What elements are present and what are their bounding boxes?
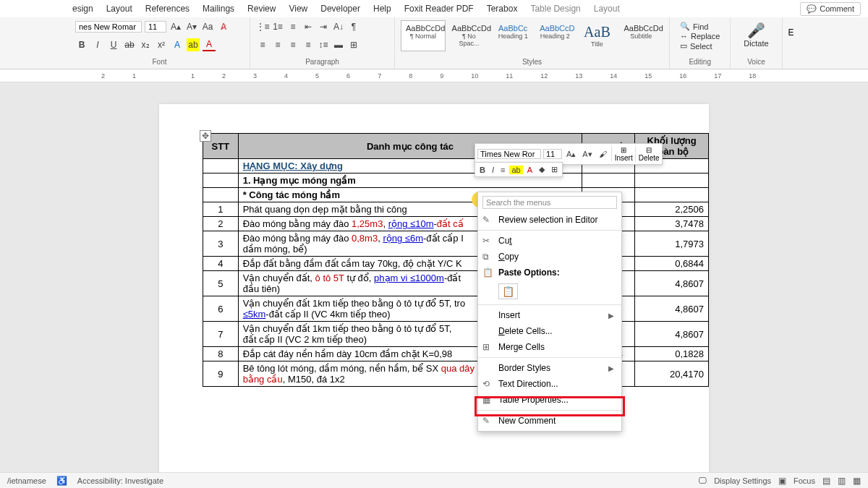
numbering-icon[interactable]: 1≡ [271, 20, 284, 33]
dec-indent-icon[interactable]: ⇤ [302, 20, 315, 33]
subscript-icon[interactable]: x₂ [139, 38, 152, 51]
mini-align-icon[interactable]: ≡ [498, 166, 507, 174]
paragraph-group-label: Paragraph [256, 56, 388, 66]
underline-icon[interactable]: U [107, 38, 120, 51]
tab-help[interactable]: Help [373, 4, 391, 14]
table-move-handle[interactable]: ✥ [200, 130, 211, 142]
italic-icon[interactable]: I [91, 38, 104, 51]
align-center-icon[interactable]: ≡ [271, 38, 284, 51]
highlight-icon[interactable]: ab [187, 38, 200, 51]
tab-foxit[interactable]: Foxit Reader PDF [404, 4, 474, 14]
inc-indent-icon[interactable]: ⇥ [317, 20, 330, 33]
table-row[interactable]: 1Phát quang dọn dẹp mặt bằng thi công2,2… [203, 202, 709, 217]
status-accessibility[interactable]: Accessibility: Investigate [77, 476, 163, 485]
menu-delete-cells---[interactable]: Delete Cells... [478, 323, 621, 339]
replace-button[interactable]: ↔Replace [680, 32, 720, 40]
ruler[interactable]: 21123456789101112131415161718 [0, 69, 868, 82]
sort-icon[interactable]: A↓ [332, 20, 345, 33]
change-case-icon[interactable]: Aa [201, 20, 214, 33]
clear-format-icon[interactable]: A̷ [217, 20, 230, 33]
bullets-icon[interactable]: ⋮≡ [256, 20, 269, 33]
style-title[interactable]: AaBTitle [576, 20, 617, 51]
document-table[interactable]: STT Danh mục công tác Đơn vị Khối lượng … [203, 133, 709, 387]
table-row[interactable]: 8Đắp cát đáy nền hầm dày 10cm đầm chặt K… [203, 347, 709, 361]
mini-insert-button[interactable]: ⊞Insert [611, 146, 633, 162]
mini-size-combo[interactable]: 11 [543, 149, 562, 159]
select-button[interactable]: ▭Select [680, 41, 720, 51]
table-row[interactable]: 4Đắp đất bằng đầm đất cầm tay 70kg, độ c… [203, 257, 709, 271]
menu-search-input[interactable]: Search the menus [482, 196, 617, 209]
mini-borders-icon[interactable]: ⊞ [549, 165, 560, 174]
tab-developer[interactable]: Developer [320, 4, 360, 14]
multilevel-icon[interactable]: ≡ [286, 20, 299, 33]
table-row[interactable]: 9Bê tông lót móng, dầm móng, nền hầm, bể… [203, 361, 709, 387]
style-heading-1[interactable]: AaBbCcHeading 1 [493, 20, 533, 51]
status-display[interactable]: Display Settings [714, 476, 771, 485]
mini-font-combo[interactable]: Times New Ror [477, 149, 541, 159]
menu-table-properties---[interactable]: ▦Table Properties... [478, 392, 621, 408]
style---normal[interactable]: AaBbCcDd¶ Normal [401, 20, 446, 51]
mini-format-painter-icon[interactable]: 🖌 [597, 150, 609, 158]
mini-fontcolor-icon[interactable]: A [525, 166, 535, 174]
tab-references[interactable]: References [145, 4, 190, 14]
font-size-combo[interactable]: 11 [145, 21, 166, 33]
comment-button[interactable]: 💬 Comment [800, 2, 861, 16]
mini-highlight-icon[interactable]: ab [509, 166, 522, 174]
tab-table-design[interactable]: Table Design [530, 4, 580, 14]
mini-bold-icon[interactable]: B [477, 166, 488, 174]
view-print-icon[interactable]: ▥ [838, 476, 846, 486]
table-row[interactable]: 5Vận chuyển đất, ô tô 5T tự đổ, phạm vi … [203, 271, 709, 296]
font-name-combo[interactable]: nes New Romar [75, 21, 142, 33]
tab-layout[interactable]: Layout [106, 4, 132, 14]
dictate-button[interactable]: 🎤 Dictate [736, 20, 775, 49]
show-marks-icon[interactable]: ¶ [347, 20, 360, 33]
mini-delete-button[interactable]: ⊟Delete [635, 146, 660, 162]
style---no-spac---[interactable]: AaBbCcDd¶ No Spac... [447, 20, 492, 51]
menu-border-styles[interactable]: Border Styles▶ [478, 360, 621, 376]
find-button[interactable]: 🔍Find [680, 22, 720, 31]
menu-copy[interactable]: ⧉Copy [478, 249, 621, 265]
mini-italic-icon[interactable]: I [490, 166, 496, 174]
tab-mailings[interactable]: Mailings [203, 4, 234, 14]
justify-icon[interactable]: ≡ [302, 38, 315, 51]
tab-table-layout[interactable]: Layout [594, 4, 620, 14]
tab-terabox[interactable]: Terabox [487, 4, 518, 14]
grow-font-icon[interactable]: A▴ [169, 20, 182, 33]
align-left-icon[interactable]: ≡ [256, 38, 269, 51]
tab-view[interactable]: View [289, 4, 307, 14]
superscript-icon[interactable]: x² [155, 38, 168, 51]
style-heading-2[interactable]: AaBbCcDHeading 2 [535, 20, 575, 51]
mini-shading-icon[interactable]: ◆ [537, 165, 547, 174]
menu-new-comment[interactable]: ✎New Comment [478, 413, 621, 429]
line-spacing-icon[interactable]: ↕≡ [317, 38, 330, 51]
accessibility-icon: ♿ [56, 476, 67, 486]
mini-grow-icon[interactable]: A▴ [564, 150, 578, 159]
font-color-icon[interactable]: A [203, 38, 216, 51]
view-web-icon[interactable]: ▦ [853, 476, 861, 486]
borders-icon[interactable]: ⊞ [347, 38, 360, 51]
menu-merge-cells[interactable]: ⊞Merge Cells [478, 339, 621, 355]
menu-cut[interactable]: ✂Cut [478, 233, 621, 249]
align-right-icon[interactable]: ≡ [286, 38, 299, 51]
strike-icon[interactable]: ab [123, 38, 136, 51]
text-effects-icon[interactable]: A [171, 38, 184, 51]
styles-gallery[interactable]: AaBbCcDd¶ NormalAaBbCcDd¶ No Spac...AaBb… [401, 20, 663, 51]
bold-icon[interactable]: B [75, 38, 88, 51]
view-read-icon[interactable]: ▤ [822, 476, 830, 486]
status-focus[interactable]: Focus [793, 476, 815, 485]
table-row[interactable]: 2Đào móng bằng máy đào 1,25m3, rộng ≤10m… [203, 217, 709, 231]
menu-review-selection-in-editor[interactable]: ✎Review selection in Editor [478, 212, 621, 228]
status-language[interactable]: /ietnamese [7, 476, 46, 485]
table-row[interactable]: 6Vận chuyển đất 1km tiếp theo bằng ô tô … [203, 296, 709, 322]
table-row[interactable]: 7Vận chuyển đất 1km tiếp theo bằng ô tô … [203, 322, 709, 347]
shading-icon[interactable]: ▬ [332, 38, 345, 51]
tab-design[interactable]: esign [72, 4, 93, 14]
shrink-font-icon[interactable]: A▾ [185, 20, 198, 33]
table-row[interactable]: 3Đào móng bằng máy đào 0,8m3, rộng ≤6m-đ… [203, 231, 709, 257]
mini-shrink-icon[interactable]: A▾ [580, 150, 594, 159]
menu-paste-options-[interactable]: 📋Paste Options: [478, 265, 621, 281]
style-subtitle[interactable]: AaBbCcDdSubtitle [618, 20, 663, 51]
menu-text-direction---[interactable]: ⟲Text Direction... [478, 376, 621, 392]
menu-insert[interactable]: Insert▶ [478, 307, 621, 323]
tab-review[interactable]: Review [247, 4, 276, 14]
